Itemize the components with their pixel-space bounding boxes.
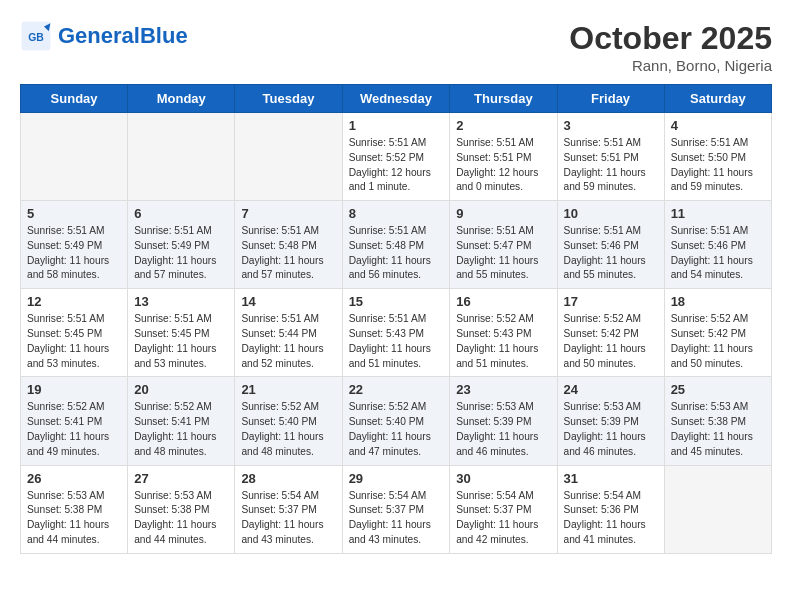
calendar-day-23: 23Sunrise: 5:53 AM Sunset: 5:39 PM Dayli… [450,377,557,465]
day-info: Sunrise: 5:52 AM Sunset: 5:41 PM Dayligh… [134,400,228,459]
day-info: Sunrise: 5:51 AM Sunset: 5:46 PM Dayligh… [671,224,765,283]
svg-text:GB: GB [28,32,44,43]
calendar-day-30: 30Sunrise: 5:54 AM Sunset: 5:37 PM Dayli… [450,465,557,553]
calendar-day-19: 19Sunrise: 5:52 AM Sunset: 5:41 PM Dayli… [21,377,128,465]
day-number: 5 [27,206,121,221]
logo-blue: Blue [140,23,188,48]
empty-cell [664,465,771,553]
day-info: Sunrise: 5:53 AM Sunset: 5:38 PM Dayligh… [671,400,765,459]
calendar-day-10: 10Sunrise: 5:51 AM Sunset: 5:46 PM Dayli… [557,201,664,289]
weekday-header-row: SundayMondayTuesdayWednesdayThursdayFrid… [21,85,772,113]
calendar-week-row: 1Sunrise: 5:51 AM Sunset: 5:52 PM Daylig… [21,113,772,201]
calendar-day-4: 4Sunrise: 5:51 AM Sunset: 5:50 PM Daylig… [664,113,771,201]
weekday-header-monday: Monday [128,85,235,113]
empty-cell [21,113,128,201]
day-number: 3 [564,118,658,133]
day-info: Sunrise: 5:52 AM Sunset: 5:41 PM Dayligh… [27,400,121,459]
day-info: Sunrise: 5:52 AM Sunset: 5:42 PM Dayligh… [564,312,658,371]
day-number: 8 [349,206,444,221]
calendar-day-1: 1Sunrise: 5:51 AM Sunset: 5:52 PM Daylig… [342,113,450,201]
day-info: Sunrise: 5:54 AM Sunset: 5:36 PM Dayligh… [564,489,658,548]
calendar-week-row: 12Sunrise: 5:51 AM Sunset: 5:45 PM Dayli… [21,289,772,377]
empty-cell [235,113,342,201]
calendar-week-row: 5Sunrise: 5:51 AM Sunset: 5:49 PM Daylig… [21,201,772,289]
day-info: Sunrise: 5:51 AM Sunset: 5:51 PM Dayligh… [456,136,550,195]
weekday-header-friday: Friday [557,85,664,113]
calendar-day-21: 21Sunrise: 5:52 AM Sunset: 5:40 PM Dayli… [235,377,342,465]
day-number: 24 [564,382,658,397]
day-info: Sunrise: 5:51 AM Sunset: 5:52 PM Dayligh… [349,136,444,195]
day-number: 28 [241,471,335,486]
day-info: Sunrise: 5:51 AM Sunset: 5:47 PM Dayligh… [456,224,550,283]
day-number: 7 [241,206,335,221]
day-number: 6 [134,206,228,221]
day-info: Sunrise: 5:54 AM Sunset: 5:37 PM Dayligh… [456,489,550,548]
day-info: Sunrise: 5:51 AM Sunset: 5:49 PM Dayligh… [27,224,121,283]
calendar-day-16: 16Sunrise: 5:52 AM Sunset: 5:43 PM Dayli… [450,289,557,377]
day-info: Sunrise: 5:53 AM Sunset: 5:39 PM Dayligh… [564,400,658,459]
day-number: 31 [564,471,658,486]
weekday-header-sunday: Sunday [21,85,128,113]
calendar-day-22: 22Sunrise: 5:52 AM Sunset: 5:40 PM Dayli… [342,377,450,465]
title-block: October 2025 Rann, Borno, Nigeria [569,20,772,74]
day-info: Sunrise: 5:54 AM Sunset: 5:37 PM Dayligh… [349,489,444,548]
day-number: 11 [671,206,765,221]
day-info: Sunrise: 5:54 AM Sunset: 5:37 PM Dayligh… [241,489,335,548]
day-number: 14 [241,294,335,309]
calendar-day-27: 27Sunrise: 5:53 AM Sunset: 5:38 PM Dayli… [128,465,235,553]
day-number: 21 [241,382,335,397]
calendar-week-row: 26Sunrise: 5:53 AM Sunset: 5:38 PM Dayli… [21,465,772,553]
page-header: GB GeneralBlue October 2025 Rann, Borno,… [20,20,772,74]
day-number: 10 [564,206,658,221]
day-number: 26 [27,471,121,486]
day-info: Sunrise: 5:51 AM Sunset: 5:48 PM Dayligh… [349,224,444,283]
day-number: 29 [349,471,444,486]
day-info: Sunrise: 5:51 AM Sunset: 5:48 PM Dayligh… [241,224,335,283]
calendar-day-3: 3Sunrise: 5:51 AM Sunset: 5:51 PM Daylig… [557,113,664,201]
day-number: 1 [349,118,444,133]
day-info: Sunrise: 5:53 AM Sunset: 5:38 PM Dayligh… [27,489,121,548]
weekday-header-tuesday: Tuesday [235,85,342,113]
calendar-day-24: 24Sunrise: 5:53 AM Sunset: 5:39 PM Dayli… [557,377,664,465]
calendar-day-2: 2Sunrise: 5:51 AM Sunset: 5:51 PM Daylig… [450,113,557,201]
day-number: 27 [134,471,228,486]
month-year: October 2025 [569,20,772,57]
weekday-header-saturday: Saturday [664,85,771,113]
weekday-header-wednesday: Wednesday [342,85,450,113]
calendar-day-28: 28Sunrise: 5:54 AM Sunset: 5:37 PM Dayli… [235,465,342,553]
day-info: Sunrise: 5:53 AM Sunset: 5:38 PM Dayligh… [134,489,228,548]
calendar-day-12: 12Sunrise: 5:51 AM Sunset: 5:45 PM Dayli… [21,289,128,377]
weekday-header-thursday: Thursday [450,85,557,113]
day-info: Sunrise: 5:51 AM Sunset: 5:51 PM Dayligh… [564,136,658,195]
day-info: Sunrise: 5:52 AM Sunset: 5:40 PM Dayligh… [349,400,444,459]
logo-general: General [58,23,140,48]
calendar-table: SundayMondayTuesdayWednesdayThursdayFrid… [20,84,772,554]
day-number: 18 [671,294,765,309]
logo-text: GeneralBlue [58,25,188,47]
day-info: Sunrise: 5:51 AM Sunset: 5:43 PM Dayligh… [349,312,444,371]
empty-cell [128,113,235,201]
day-info: Sunrise: 5:52 AM Sunset: 5:43 PM Dayligh… [456,312,550,371]
logo-icon: GB [20,20,52,52]
calendar-day-18: 18Sunrise: 5:52 AM Sunset: 5:42 PM Dayli… [664,289,771,377]
day-number: 2 [456,118,550,133]
day-number: 22 [349,382,444,397]
calendar-day-13: 13Sunrise: 5:51 AM Sunset: 5:45 PM Dayli… [128,289,235,377]
calendar-day-14: 14Sunrise: 5:51 AM Sunset: 5:44 PM Dayli… [235,289,342,377]
calendar-day-29: 29Sunrise: 5:54 AM Sunset: 5:37 PM Dayli… [342,465,450,553]
day-number: 23 [456,382,550,397]
calendar-day-20: 20Sunrise: 5:52 AM Sunset: 5:41 PM Dayli… [128,377,235,465]
day-number: 13 [134,294,228,309]
day-info: Sunrise: 5:51 AM Sunset: 5:45 PM Dayligh… [134,312,228,371]
calendar-day-5: 5Sunrise: 5:51 AM Sunset: 5:49 PM Daylig… [21,201,128,289]
day-number: 4 [671,118,765,133]
day-info: Sunrise: 5:51 AM Sunset: 5:50 PM Dayligh… [671,136,765,195]
day-info: Sunrise: 5:51 AM Sunset: 5:49 PM Dayligh… [134,224,228,283]
day-number: 25 [671,382,765,397]
day-number: 19 [27,382,121,397]
calendar-day-8: 8Sunrise: 5:51 AM Sunset: 5:48 PM Daylig… [342,201,450,289]
day-number: 15 [349,294,444,309]
location: Rann, Borno, Nigeria [569,57,772,74]
day-number: 16 [456,294,550,309]
day-info: Sunrise: 5:51 AM Sunset: 5:46 PM Dayligh… [564,224,658,283]
